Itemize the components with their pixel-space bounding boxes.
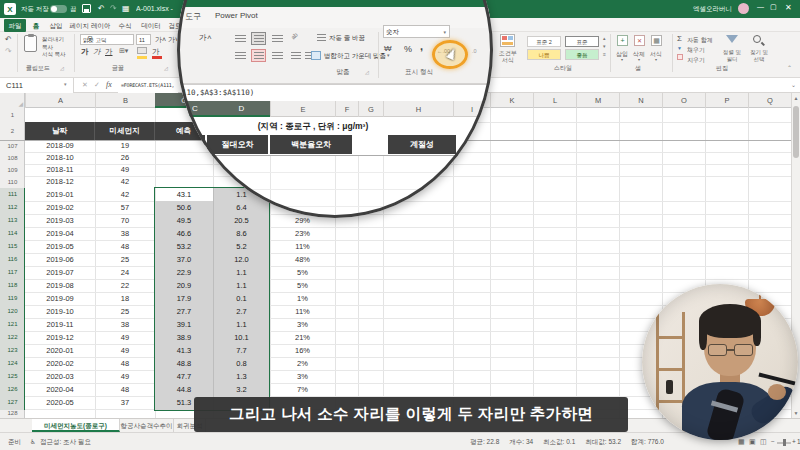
decrease-indent-icon[interactable]	[291, 52, 301, 60]
header-seasonality[interactable]: 계절성	[388, 135, 456, 154]
cell-date[interactable]: 2020-03	[25, 370, 95, 383]
name-box-caret-icon[interactable]: ▾	[64, 81, 67, 87]
column-header-e[interactable]: E	[270, 101, 335, 117]
ribbon-tab-홈[interactable]: 홈	[28, 19, 44, 32]
accessibility-status[interactable]: 접근성: 조사 필요	[40, 438, 91, 447]
cell-dust[interactable]: 42	[95, 176, 155, 188]
row-number-selected[interactable]: 125	[0, 370, 25, 383]
row-number-selected[interactable]: 116	[0, 253, 25, 266]
row-number-selected[interactable]: 119	[0, 292, 25, 305]
row-number[interactable]: 108	[0, 152, 25, 164]
comma-style-icon[interactable]: ,	[420, 40, 423, 52]
redo-icon[interactable]: ↷	[110, 4, 117, 13]
zoom-slider-knob[interactable]	[783, 439, 786, 446]
cell-pct-error[interactable]: 21%	[270, 331, 335, 344]
cell-dust[interactable]: 48	[95, 240, 155, 253]
row-number-selected[interactable]: 115	[0, 240, 25, 253]
column-header-k[interactable]: K	[490, 93, 533, 108]
row-number-selected[interactable]: 111	[0, 188, 25, 201]
cancel-formula-icon[interactable]: ✕	[82, 81, 88, 89]
row-number[interactable]: 1	[0, 108, 25, 122]
header-pct-error[interactable]: 백분율오차	[270, 135, 352, 154]
row-number-selected[interactable]: 122	[0, 331, 25, 344]
view-layout-icon[interactable]: ▣	[749, 438, 756, 446]
row-number-selected[interactable]: 113	[0, 214, 25, 227]
clipboard-dialog-launcher-icon[interactable]: ◿	[60, 65, 64, 71]
cell-dust[interactable]: 70	[95, 214, 155, 227]
cell-dust[interactable]: 37	[95, 396, 155, 409]
cell-pct-error[interactable]: 48%	[270, 253, 335, 266]
name-box[interactable]: C111 ▾	[0, 78, 74, 93]
styles-more-icon[interactable]: ≡	[603, 51, 606, 57]
cell-dust[interactable]: 26	[95, 152, 155, 164]
row-number-selected[interactable]: 117	[0, 266, 25, 279]
avatar[interactable]	[738, 3, 749, 14]
scroll-up-icon[interactable]: ▲	[792, 94, 800, 102]
cell-style-normal2[interactable]: 표준 2	[527, 36, 561, 47]
styles-scroll-up-icon[interactable]: ▴	[603, 35, 606, 41]
zoom-in-icon[interactable]: +	[792, 438, 796, 445]
cell-dust[interactable]: 42	[95, 188, 155, 201]
cell-date[interactable]: 2020-02	[25, 357, 95, 370]
column-header-n[interactable]: N	[619, 93, 662, 108]
row-number-selected[interactable]: 112	[0, 201, 25, 214]
minimize-icon[interactable]: —	[757, 3, 764, 10]
column-header-p[interactable]: P	[705, 93, 748, 108]
row-number-selected[interactable]: 123	[0, 344, 25, 357]
autosave-toggle[interactable]	[50, 5, 67, 13]
cell-dust[interactable]: 49	[95, 164, 155, 176]
cell-pct-error[interactable]: 3%	[270, 370, 335, 383]
cell-date[interactable]: 2018-12	[25, 176, 95, 188]
column-header-f[interactable]: F	[335, 101, 358, 117]
decrease-decimal-icon[interactable]: .0	[472, 48, 477, 54]
fill-button[interactable]: 채우기	[687, 46, 717, 55]
column-header-a[interactable]: A	[25, 93, 95, 108]
cell-dust[interactable]: 18	[95, 292, 155, 305]
user-name[interactable]: 엑셀오라버니	[693, 5, 732, 14]
sort-filter-button[interactable]: 정렬 및	[717, 49, 747, 56]
cell-pct-error[interactable]: 7%	[270, 383, 335, 396]
sheet-tab-1[interactable]: 미세먼지농도(종로구)	[32, 419, 120, 432]
cell-date[interactable]: 2019-08	[25, 279, 95, 292]
cell-dust[interactable]: 48	[95, 357, 155, 370]
row-number-selected[interactable]: 127	[0, 396, 25, 409]
ribbon-tab-file[interactable]: 파일	[4, 19, 26, 32]
view-break-icon[interactable]: ◫	[760, 438, 767, 446]
select-all-corner[interactable]: ◢	[0, 93, 25, 108]
cell-dust[interactable]: 24	[95, 266, 155, 279]
cell-date[interactable]: 2019-07	[25, 266, 95, 279]
borders-icon[interactable]: ⊞▾	[119, 47, 128, 55]
cell-pct-error[interactable]: 16%	[270, 344, 335, 357]
scrollbar-thumb[interactable]	[793, 106, 799, 158]
ribbon-tab-수식[interactable]: 수식	[114, 19, 136, 32]
cell-date[interactable]: 2019-10	[25, 305, 95, 318]
cell-date[interactable]: 2019-09	[25, 292, 95, 305]
paste-button[interactable]	[24, 35, 37, 52]
row-number-selected[interactable]: 118	[0, 279, 25, 292]
cell-dust[interactable]: 38	[95, 318, 155, 331]
quick-access-icon[interactable]: ▦	[122, 4, 130, 13]
cell-date[interactable]: 2019-04	[25, 227, 95, 240]
cell-dust[interactable]: 25	[95, 253, 155, 266]
undo-icon[interactable]: ↶	[98, 4, 105, 13]
underline-button[interactable]: 가	[105, 47, 113, 57]
align-center-icon[interactable]	[251, 49, 266, 62]
align-bottom-icon[interactable]	[272, 35, 283, 43]
ribbon-tab-데이터[interactable]: 데이터	[138, 19, 164, 32]
column-header-b[interactable]: B	[95, 93, 155, 108]
cell-dust[interactable]: 48	[95, 383, 155, 396]
formula-bar-expand-icon[interactable]: ⌄	[791, 81, 796, 88]
wrap-text-button[interactable]: 자동 줄 바꿈	[329, 34, 377, 43]
ribbon-tab-삽입[interactable]: 삽입	[46, 19, 66, 32]
cell-pct-error[interactable]: 11%	[270, 305, 335, 318]
zoom-out-icon[interactable]: −	[771, 438, 775, 445]
number-format-select[interactable]: 숫자 ▾	[383, 25, 450, 38]
cut-button[interactable]: 잘라내기	[42, 36, 74, 43]
column-header-q[interactable]: Q	[748, 93, 791, 108]
row-number[interactable]: 2	[0, 122, 25, 140]
ribbon-tab-페이지 레이아웃[interactable]: 페이지 레이아웃	[68, 19, 112, 32]
column-header-o[interactable]: O	[662, 93, 705, 108]
cell-date[interactable]: 2019-11	[25, 318, 95, 331]
cell-date[interactable]: 2018-10	[25, 152, 95, 164]
cell-date[interactable]: 2020-04	[25, 383, 95, 396]
